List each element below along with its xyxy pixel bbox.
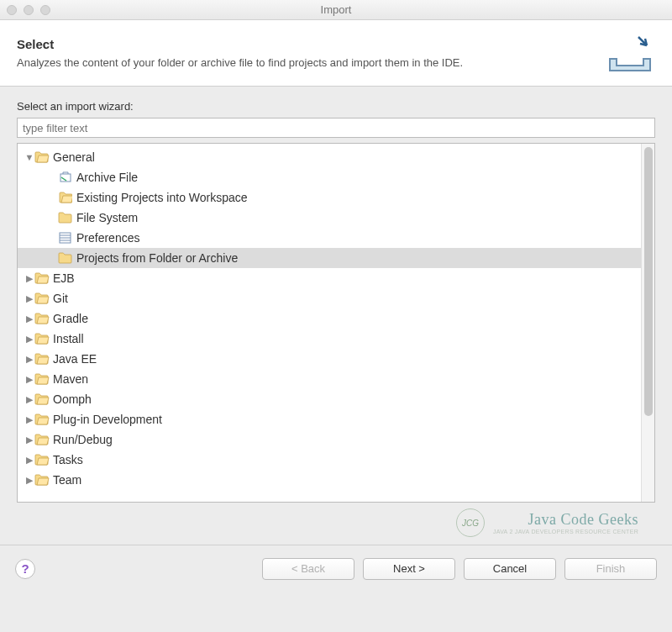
tree-item[interactable]: ▶ Java EE [18, 349, 641, 369]
tree-item[interactable]: ▶ Oomph [18, 389, 641, 409]
folder-open-icon [34, 272, 50, 284]
tree-item[interactable]: ▶ Gradle [18, 308, 641, 329]
chevron-right-icon[interactable]: ▶ [24, 414, 34, 425]
project-icon [58, 191, 73, 204]
chevron-right-icon[interactable]: ▶ [24, 374, 34, 385]
tree-item[interactable]: ▼ General [18, 147, 641, 167]
preferences-icon [58, 231, 73, 245]
folder-open-icon [34, 434, 50, 445]
tree-item-label: EJB [53, 271, 75, 285]
folder-open-icon [34, 333, 50, 345]
tree-item-label: Projects from Folder or Archive [76, 251, 238, 265]
cancel-button[interactable]: Cancel [464, 558, 556, 580]
wizard-header: Select Analyzes the content of your fold… [0, 20, 672, 87]
archive-icon [58, 171, 73, 184]
wizard-list-label: Select an import wizard: [17, 100, 655, 113]
chevron-right-icon[interactable]: ▶ [24, 334, 34, 345]
tree-item-label: Maven [53, 372, 88, 386]
chevron-right-icon[interactable]: ▶ [24, 394, 34, 405]
folder-open-icon [34, 373, 50, 385]
folder-open-icon [34, 151, 50, 163]
folder-open-icon [34, 292, 50, 304]
tree-item-label: Gradle [53, 312, 88, 325]
tree-item[interactable]: ▶ Run/Debug [18, 429, 641, 450]
chevron-right-icon[interactable]: ▶ [24, 455, 34, 466]
chevron-right-icon[interactable]: ▶ [24, 293, 34, 304]
wizard-tree[interactable]: ▼ General Archive File Existing Projects… [18, 144, 641, 502]
tree-item-label: Oomph [53, 392, 92, 406]
page-subtitle: Analyzes the content of your folder or a… [17, 56, 463, 69]
chevron-right-icon[interactable]: ▶ [24, 354, 34, 365]
folder-open-icon [34, 413, 50, 425]
wizard-tree-container: ▼ General Archive File Existing Projects… [17, 143, 655, 503]
scrollbar-thumb[interactable] [644, 147, 653, 416]
watermark-sub: JAVA 2 JAVA DEVELOPERS RESOURCE CENTER [493, 529, 638, 535]
tree-item-label: Java EE [53, 352, 97, 366]
tree-item-label: File System [76, 211, 138, 224]
tree-item-label: Preferences [76, 231, 139, 245]
tree-item-label: General [53, 150, 95, 164]
tree-item[interactable]: Preferences [18, 228, 641, 248]
wizard-content: Select an import wizard: ▼ General Archi… [0, 87, 672, 545]
scrollbar[interactable] [641, 144, 654, 502]
tree-item[interactable]: Existing Projects into Workspace [18, 187, 641, 208]
tree-item-label: Git [53, 292, 68, 305]
folder-open-icon [34, 393, 50, 405]
folder-open-icon [34, 454, 50, 466]
tree-item-label: Existing Projects into Workspace [76, 191, 248, 204]
watermark: JCG Java Code Geeks JAVA 2 JAVA DEVELOPE… [17, 503, 655, 540]
chevron-down-icon[interactable]: ▼ [24, 152, 34, 162]
tree-item-label: Team [53, 473, 81, 487]
folder-open-icon [34, 313, 50, 324]
titlebar: Import [0, 0, 672, 20]
tree-item[interactable]: ▶ Git [18, 288, 641, 308]
folder-open-icon [34, 353, 50, 365]
page-title: Select [17, 37, 463, 51]
chevron-right-icon[interactable]: ▶ [24, 434, 34, 445]
chevron-right-icon[interactable]: ▶ [24, 313, 34, 324]
tree-item[interactable]: ▶ Plug-in Development [18, 409, 641, 429]
wizard-footer: ? < Back Next > Cancel Finish [0, 545, 672, 592]
tree-item-label: Plug-in Development [53, 413, 162, 426]
filter-input[interactable] [17, 118, 655, 138]
folder-closed-icon [58, 252, 73, 264]
tree-item-label: Archive File [76, 171, 138, 184]
folder-closed-icon [58, 212, 73, 224]
tree-item[interactable]: ▶ Team [18, 470, 641, 490]
next-button[interactable]: Next > [363, 558, 455, 580]
back-button[interactable]: < Back [262, 558, 354, 580]
tree-item-label: Install [53, 332, 84, 345]
tree-item[interactable]: Archive File [18, 167, 641, 187]
import-banner-icon [605, 32, 655, 74]
tree-item[interactable]: ▶ Install [18, 329, 641, 349]
chevron-right-icon[interactable]: ▶ [24, 273, 34, 284]
chevron-right-icon[interactable]: ▶ [24, 475, 34, 486]
folder-open-icon [34, 474, 50, 486]
tree-item[interactable]: ▶ Maven [18, 369, 641, 389]
watermark-badge: JCG [456, 508, 485, 537]
tree-item[interactable]: Projects from Folder or Archive [18, 248, 641, 268]
window-title: Import [0, 3, 672, 16]
watermark-brand: Java Code Geeks [493, 511, 638, 529]
tree-item-label: Tasks [53, 453, 83, 466]
tree-item-label: Run/Debug [53, 433, 113, 446]
tree-item[interactable]: ▶ Tasks [18, 450, 641, 470]
help-button[interactable]: ? [15, 559, 35, 579]
tree-item[interactable]: ▶ EJB [18, 268, 641, 288]
finish-button[interactable]: Finish [564, 558, 657, 580]
tree-item[interactable]: File System [18, 208, 641, 228]
